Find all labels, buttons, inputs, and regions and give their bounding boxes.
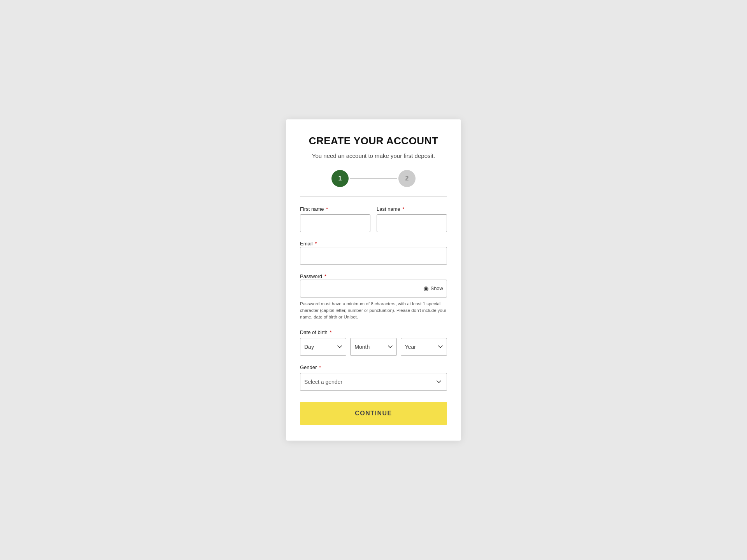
email-required: * [314,241,317,247]
password-hint: Password must have a minimum of 8 charac… [300,301,447,321]
page-title: CREATE YOUR ACCOUNT [300,135,447,147]
continue-button[interactable]: CONTINUE [300,402,447,425]
email-group: Email * [300,240,447,265]
last-name-group: Last name * [377,206,447,232]
gender-required: * [317,364,321,370]
year-select[interactable]: Year for(let y=new Date().getFullYear();… [401,338,447,356]
dob-selects: Day for(let i=1;i<=31;i++) document.writ… [300,338,447,356]
password-group: Password * ◉ Show Password must have a m… [300,273,447,321]
password-required: * [323,273,326,279]
last-name-input[interactable] [377,214,447,232]
last-name-label: Last name * [377,206,447,212]
gender-group: Gender * Select a gender Male Female Oth… [300,364,447,391]
gender-label: Gender * [300,364,321,370]
show-password-button[interactable]: ◉ Show [423,285,443,292]
dob-required: * [328,329,332,335]
password-label: Password * [300,273,326,279]
month-select[interactable]: Month January February March April May J… [350,338,396,356]
step-1-circle: 1 [331,170,349,187]
email-input[interactable] [300,247,447,265]
dob-label: Date of birth * [300,329,332,335]
dob-group: Date of birth * Day for(let i=1;i<=31;i+… [300,329,447,356]
steps-indicator: 1 2 [300,170,447,187]
last-name-required: * [401,206,405,212]
section-divider [300,196,447,197]
name-row: First name * Last name * [300,206,447,232]
page-subtitle: You need an account to make your first d… [300,152,447,161]
step-2-circle: 2 [398,170,416,187]
email-label: Email * [300,241,317,247]
eye-icon: ◉ [423,285,429,292]
first-name-required: * [324,206,328,212]
first-name-label: First name * [300,206,370,212]
step-line [350,178,397,179]
create-account-modal: CREATE YOUR ACCOUNT You need an account … [286,119,461,440]
first-name-input[interactable] [300,214,370,232]
first-name-group: First name * [300,206,370,232]
password-wrapper: ◉ Show [300,280,447,298]
gender-select[interactable]: Select a gender Male Female Other [300,373,447,391]
day-select[interactable]: Day for(let i=1;i<=31;i++) document.writ… [300,338,346,356]
